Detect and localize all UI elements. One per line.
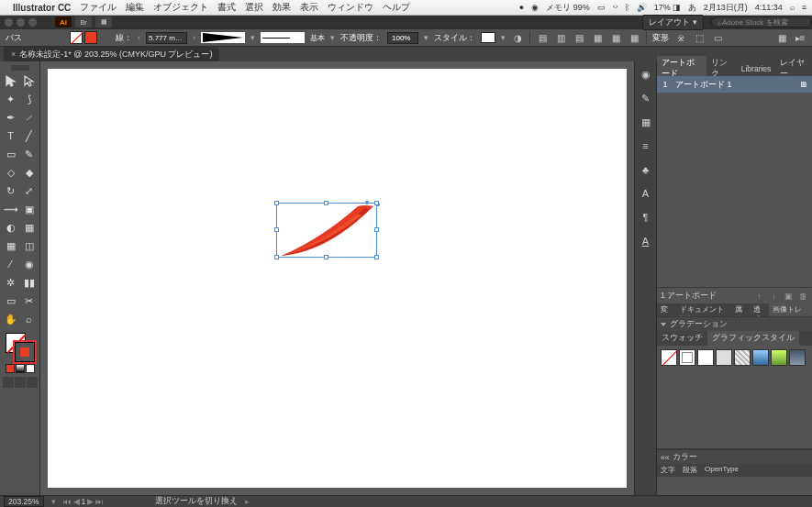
style-swatch-7[interactable]	[771, 349, 787, 366]
stroke-width-stepper-up[interactable]: ›	[193, 33, 195, 42]
menu-effect[interactable]: 効果	[273, 1, 291, 14]
gradient-tool[interactable]: ◫	[21, 237, 38, 254]
tab-libraries[interactable]: Libraries	[737, 62, 776, 75]
align-hcenter-icon[interactable]: ▥	[554, 31, 567, 44]
handle-br[interactable]	[374, 255, 379, 259]
dock-symbols-icon[interactable]: ▦	[639, 115, 653, 129]
color-solid-icon[interactable]	[6, 364, 15, 373]
style-swatch-5[interactable]	[734, 349, 751, 366]
brush-arrow[interactable]: ▾	[330, 33, 335, 42]
dock-color-guide-icon[interactable]: ◉	[639, 67, 653, 82]
dock-stroke-icon[interactable]: ≡	[639, 138, 653, 153]
type-tool[interactable]: T	[3, 127, 19, 144]
fill-stroke-control[interactable]	[6, 333, 35, 362]
tab-image-trace[interactable]: 画像トレース	[769, 303, 812, 316]
color-none-icon[interactable]	[26, 364, 35, 373]
handle-tr[interactable]	[374, 201, 379, 205]
bridge-icon[interactable]: Br	[75, 17, 92, 28]
style-swatch-6[interactable]	[752, 349, 769, 366]
brush-def-dropdown[interactable]	[261, 32, 305, 43]
style-swatch-4[interactable]	[716, 349, 732, 366]
width-tool[interactable]: ⟿	[3, 201, 19, 217]
align-right-icon[interactable]: ▤	[573, 31, 585, 44]
zoom-arrow[interactable]: ▾	[51, 497, 56, 506]
panel-more-icon[interactable]: ▸≡	[794, 31, 806, 44]
wand-tool[interactable]: ✦	[3, 91, 19, 107]
draw-behind-icon[interactable]	[15, 377, 26, 388]
dock-para-icon[interactable]: ¶	[639, 210, 653, 225]
scale-tool[interactable]: ⤢	[21, 182, 38, 199]
perspective-tool[interactable]: ▦	[21, 219, 38, 236]
nav-next-icon[interactable]: ▶	[87, 497, 94, 506]
align-left-icon[interactable]: ▤	[536, 31, 549, 44]
nav-prev-icon[interactable]: ◀	[73, 497, 80, 506]
align-vcenter-icon[interactable]: ▦	[609, 31, 622, 44]
nav-first-icon[interactable]: ⏮	[63, 497, 72, 506]
status-bt-icon[interactable]: ᛒ	[625, 3, 629, 12]
close-tab-icon[interactable]: ×	[11, 50, 16, 59]
dock-brushes-icon[interactable]: ✎	[639, 91, 653, 105]
width-profile-arrow[interactable]: ▾	[250, 33, 255, 42]
brush-tool[interactable]: ✎	[21, 146, 38, 162]
stroke-width-input[interactable]: 5.777 m…	[146, 32, 187, 44]
direct-select-tool[interactable]	[21, 72, 38, 89]
handle-ml[interactable]	[274, 227, 279, 232]
artboard-new-icon[interactable]: ▣	[783, 291, 794, 302]
artboard-canvas[interactable]	[48, 69, 627, 488]
status-display-icon[interactable]: ▭	[597, 3, 606, 12]
handle-mr[interactable]	[374, 227, 379, 232]
artboard-trash-icon[interactable]: 🗑	[797, 291, 808, 302]
menu-help[interactable]: ヘルプ	[383, 1, 410, 14]
rotate-tool[interactable]: ↻	[3, 182, 19, 199]
tab-transparency[interactable]: 透明	[750, 303, 769, 316]
nav-last-icon[interactable]: ⏭	[95, 497, 104, 506]
hand-tool[interactable]: ✋	[3, 311, 19, 327]
eraser-tool[interactable]: ◆	[21, 164, 38, 181]
dock-char-icon[interactable]: A	[639, 186, 653, 201]
dock-glyph-icon[interactable]: A	[639, 234, 653, 248]
style-swatch[interactable]	[481, 32, 495, 43]
status-line-icon[interactable]: ●	[519, 3, 524, 12]
zoom-window-button[interactable]	[28, 18, 37, 27]
status-vol-icon[interactable]: 🔊	[637, 3, 647, 12]
curvature-tool[interactable]: ⟋	[21, 109, 38, 126]
status-time[interactable]: 4:11:34	[755, 3, 783, 12]
status-cc-icon[interactable]: ◉	[531, 3, 539, 12]
toolbox-grip[interactable]	[11, 65, 29, 71]
stroke-box[interactable]	[15, 342, 35, 362]
selection-bounding-box[interactable]	[276, 203, 377, 258]
slice-tool[interactable]: ✂	[21, 292, 38, 309]
style-arrow[interactable]: ▾	[501, 33, 506, 42]
shape-prop-icon[interactable]: ※	[674, 31, 687, 44]
panel-grid-icon[interactable]: ▦	[775, 31, 788, 44]
status-input-icon[interactable]: あ	[688, 2, 696, 14]
align-top-icon[interactable]: ▦	[591, 31, 604, 44]
tab-para[interactable]: 段落	[679, 464, 701, 477]
status-mem[interactable]: メモリ 99%	[546, 2, 590, 14]
zoom-level-input[interactable]: 203.25%	[4, 496, 44, 507]
handle-bm[interactable]	[324, 255, 328, 259]
minimize-window-button[interactable]	[17, 18, 25, 27]
style-default[interactable]	[679, 349, 695, 366]
recolor-icon[interactable]: ◑	[511, 31, 524, 44]
tab-opentype[interactable]: OpenType	[701, 464, 742, 477]
handle-tm[interactable]	[324, 201, 328, 205]
lasso-tool[interactable]: ⟆	[21, 91, 38, 107]
nav-page[interactable]: 1	[82, 497, 86, 506]
document-tab[interactable]: × 名称未設定-1* @ 203.25% (CMYK/GPU プレビュー)	[4, 47, 219, 62]
close-window-button[interactable]	[5, 18, 13, 27]
blend-tool[interactable]: ◉	[21, 256, 38, 272]
spotlight-icon[interactable]: ⌕	[790, 3, 795, 12]
artboard-row[interactable]: 1 アートボード 1 🗎	[657, 76, 812, 93]
tab-char[interactable]: 文字	[657, 464, 679, 477]
tab-transform[interactable]: 変形	[657, 303, 676, 316]
menu-type[interactable]: 書式	[217, 1, 236, 14]
artboard-orient-icon[interactable]: 🗎	[800, 80, 808, 89]
gradient-panel-header[interactable]: グラデーション	[657, 316, 812, 331]
app-name[interactable]: Illustrator CC	[13, 3, 71, 13]
tab-attrs[interactable]: 属性	[731, 303, 751, 316]
menu-edit[interactable]: 編集	[126, 1, 144, 14]
isolate-icon[interactable]: ⬚	[693, 31, 706, 44]
free-transform-tool[interactable]: ▣	[21, 201, 38, 217]
shapebuilder-tool[interactable]: ◐	[3, 219, 19, 236]
